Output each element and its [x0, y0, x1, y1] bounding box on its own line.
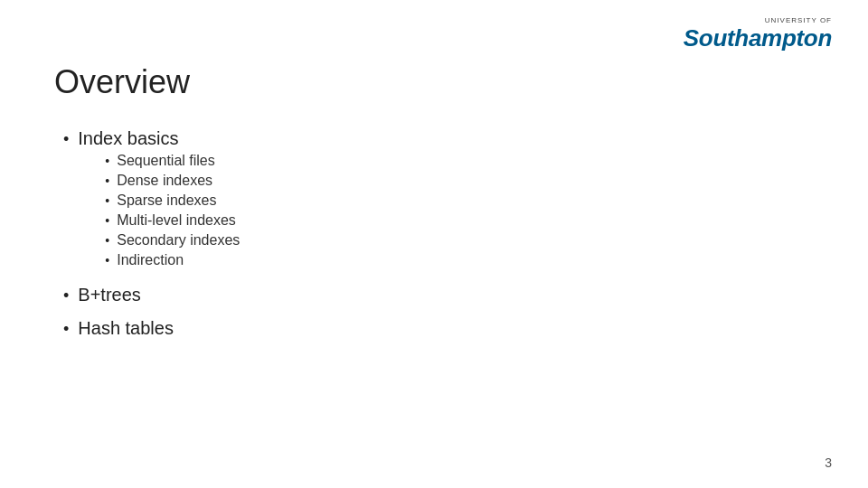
sub-bullet-sequential: • Sequential files [105, 153, 240, 169]
sub-label-indirection: Indirection [117, 252, 184, 268]
sub-dot-5: • [105, 233, 109, 248]
bullet-hashtables: • Hash tables [63, 318, 814, 339]
sub-dot-4: • [105, 213, 109, 228]
sub-bullet-indirection: • Indirection [105, 252, 240, 268]
page-title: Overview [54, 63, 814, 101]
logo-university-of: UNIVERSITY OF [765, 16, 832, 24]
bullet-dot-2: • [63, 286, 69, 305]
sub-label-sequential: Sequential files [117, 153, 215, 169]
sub-label-multilevel: Multi-level indexes [117, 212, 236, 229]
page-number: 3 [825, 455, 832, 470]
bullet-btrees: • B+trees [63, 285, 814, 305]
sub-dot-6: • [105, 253, 109, 267]
sub-dot-1: • [105, 154, 109, 168]
sub-bullets-index-basics: • Sequential files • Dense indexes • Spa… [105, 153, 240, 268]
sub-label-dense: Dense indexes [117, 173, 212, 189]
bullet-dot-1: • [63, 130, 69, 149]
bullet-hashtables-label: Hash tables [78, 318, 174, 339]
bullet-dot-3: • [63, 320, 69, 339]
content-area: • Index basics • Sequential files • Dens… [54, 128, 814, 339]
bullet-index-basics-content: Index basics • Sequential files • Dense … [78, 128, 240, 272]
logo-name: Southampton [684, 24, 832, 52]
bullet-btrees-label: B+trees [78, 285, 140, 305]
sub-label-secondary: Secondary indexes [117, 232, 240, 249]
sub-bullet-sparse: • Sparse indexes [105, 192, 240, 209]
sub-bullet-secondary: • Secondary indexes [105, 232, 240, 249]
sub-bullet-dense: • Dense indexes [105, 173, 240, 189]
sub-dot-2: • [105, 174, 109, 188]
bullet-index-basics-label: Index basics [78, 128, 240, 149]
sub-dot-3: • [105, 193, 109, 208]
sub-label-sparse: Sparse indexes [117, 192, 216, 209]
bullet-index-basics: • Index basics • Sequential files • Dens… [63, 128, 814, 272]
slide: UNIVERSITY OF Southampton Overview • Ind… [0, 0, 868, 488]
sub-bullet-multilevel: • Multi-level indexes [105, 212, 240, 229]
university-logo: UNIVERSITY OF Southampton [684, 16, 832, 52]
